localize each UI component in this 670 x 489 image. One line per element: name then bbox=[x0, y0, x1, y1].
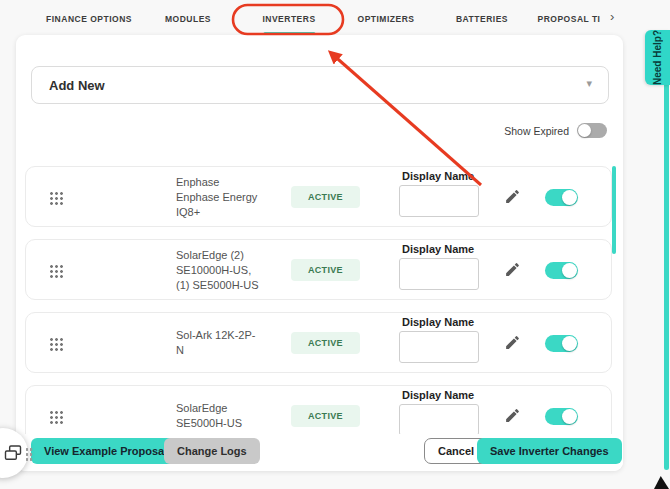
windows-restore-icon bbox=[3, 443, 23, 463]
display-name-input[interactable] bbox=[399, 258, 479, 290]
show-expired-label: Show Expired bbox=[504, 125, 569, 137]
inverter-enabled-toggle[interactable] bbox=[545, 408, 578, 425]
edit-pencil-icon[interactable] bbox=[504, 261, 521, 278]
toggle-knob bbox=[562, 336, 577, 351]
need-help-label: Need Help? bbox=[652, 30, 663, 85]
edit-pencil-icon[interactable] bbox=[504, 188, 521, 205]
help-panel-edge bbox=[664, 30, 669, 470]
display-name-group: Display Name bbox=[399, 389, 479, 436]
display-name-label: Display Name bbox=[402, 389, 479, 401]
tab-proposal-templates[interactable]: PROPOSAL TI bbox=[538, 14, 601, 24]
display-name-group: Display Name bbox=[399, 170, 479, 217]
inverter-row: Sol-Ark 12K-2P- N ACTIVE Display Name bbox=[25, 312, 612, 373]
tab-bar: FINANCE OPTIONS MODULES INVERTERS OPTIMI… bbox=[0, 0, 670, 34]
inverter-enabled-toggle[interactable] bbox=[545, 262, 578, 279]
mouse-cursor bbox=[654, 476, 669, 489]
tab-batteries[interactable]: BATTERIES bbox=[456, 14, 508, 24]
edit-pencil-icon[interactable] bbox=[504, 407, 521, 424]
status-badge: ACTIVE bbox=[291, 186, 360, 208]
tab-inverters[interactable]: INVERTERS bbox=[262, 14, 315, 24]
tab-modules[interactable]: MODULES bbox=[165, 14, 211, 24]
edit-pencil-icon[interactable] bbox=[504, 334, 521, 351]
inverter-row: SolarEdge (2) SE10000H-US, (1) SE5000H-U… bbox=[25, 239, 612, 300]
display-name-group: Display Name bbox=[399, 243, 479, 290]
inverter-name: SolarEdge (2) SE10000H-US, (1) SE5000H-U… bbox=[176, 247, 296, 292]
inverter-row: Enphase Enphase Energy IQ8+ ACTIVE Displ… bbox=[25, 166, 612, 227]
tab-optimizers[interactable]: OPTIMIZERS bbox=[358, 14, 415, 24]
display-name-input[interactable] bbox=[399, 185, 479, 217]
inverter-name: Sol-Ark 12K-2P- N bbox=[176, 328, 296, 358]
show-expired-control: Show Expired bbox=[504, 123, 607, 138]
display-name-label: Display Name bbox=[402, 243, 479, 255]
drag-handle-icon[interactable] bbox=[49, 410, 64, 425]
display-name-label: Display Name bbox=[402, 170, 479, 182]
display-name-group: Display Name bbox=[399, 316, 479, 363]
inverter-name: Enphase Enphase Energy IQ8+ bbox=[176, 174, 296, 219]
add-new-dropdown[interactable]: Add New ▾ bbox=[31, 66, 609, 104]
toggle-knob bbox=[562, 190, 577, 205]
drag-handle-icon[interactable] bbox=[49, 337, 64, 352]
need-help-tab[interactable]: Need Help? bbox=[645, 30, 670, 85]
show-expired-toggle[interactable] bbox=[577, 123, 607, 138]
toggle-knob bbox=[578, 124, 591, 137]
widget-drag-handle-icon[interactable] bbox=[25, 447, 33, 462]
chevron-right-icon[interactable]: › bbox=[610, 9, 614, 24]
list-scrollbar[interactable] bbox=[612, 166, 616, 254]
change-logs-button[interactable]: Change Logs bbox=[164, 438, 260, 464]
display-name-input[interactable] bbox=[399, 404, 479, 436]
save-inverter-changes-button[interactable]: Save Inverter Changes bbox=[477, 438, 622, 464]
status-badge: ACTIVE bbox=[291, 332, 360, 354]
view-example-proposal-button[interactable]: View Example Proposal bbox=[31, 438, 180, 464]
footer-bar: View Example Proposal Change Logs Cancel… bbox=[16, 434, 623, 471]
status-badge: ACTIVE bbox=[291, 405, 360, 427]
drag-handle-icon[interactable] bbox=[49, 264, 64, 279]
inverter-enabled-toggle[interactable] bbox=[545, 335, 578, 352]
toggle-knob bbox=[562, 263, 577, 278]
display-name-input[interactable] bbox=[399, 331, 479, 363]
add-new-label: Add New bbox=[49, 78, 105, 93]
inverter-name: SolarEdge SE5000H-US bbox=[176, 401, 296, 431]
toggle-knob bbox=[562, 409, 577, 424]
tab-finance-options[interactable]: FINANCE OPTIONS bbox=[46, 14, 132, 24]
status-badge: ACTIVE bbox=[291, 259, 360, 281]
inverter-enabled-toggle[interactable] bbox=[545, 189, 578, 206]
chevron-down-icon: ▾ bbox=[586, 77, 592, 90]
drag-handle-icon[interactable] bbox=[49, 191, 64, 206]
display-name-label: Display Name bbox=[402, 316, 479, 328]
inverters-panel: Add New ▾ Show Expired Enphase Enphase E… bbox=[16, 35, 623, 471]
